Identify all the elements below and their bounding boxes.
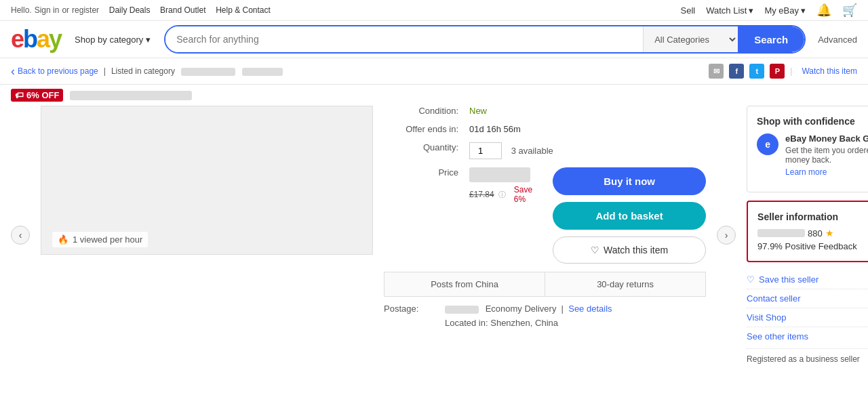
daily-deals-link[interactable]: Daily Deals xyxy=(109,5,151,15)
price-row: Price £17.84 ⓘ Save 6% Buy it now Add to… xyxy=(384,167,706,264)
search-input[interactable] xyxy=(165,26,643,52)
sign-in-link[interactable]: Sign in xyxy=(35,5,60,15)
search-category-select[interactable]: All Categories xyxy=(643,26,738,52)
money-back-icon: e xyxy=(757,133,778,155)
share-twitter-icon[interactable]: t xyxy=(749,64,764,79)
see-other-label: See other items xyxy=(747,331,808,342)
breadcrumb-right: ✉ f t P | Watch this item xyxy=(709,64,857,79)
quantity-available: 3 available xyxy=(511,146,553,156)
visit-shop-link[interactable]: Visit Shop xyxy=(747,308,868,327)
brand-outlet-link[interactable]: Brand Outlet xyxy=(160,5,205,15)
back-arrow-icon: ‹ xyxy=(11,64,15,79)
back-to-previous-link[interactable]: ‹ Back to previous page xyxy=(11,64,98,79)
contact-seller-link[interactable]: Contact seller xyxy=(747,289,868,308)
shop-by-category-button[interactable]: Shop by category ▾ xyxy=(69,30,156,49)
top-bar-right: Sell Watch List ▾ My eBay ▾ 🔔 🛒 xyxy=(681,3,857,18)
logo-y: y xyxy=(49,25,61,53)
right-nav: › xyxy=(717,106,736,364)
price-blurred xyxy=(469,167,530,182)
watch-list-chevron: ▾ xyxy=(749,5,753,16)
logo-b: b xyxy=(23,25,37,53)
carousel-next-button[interactable]: › xyxy=(717,226,736,245)
watch-list-link[interactable]: Watch List ▾ xyxy=(706,5,753,16)
my-ebay-link[interactable]: My eBay ▾ xyxy=(764,5,806,16)
save-seller-link[interactable]: ♡ Save this seller xyxy=(747,270,868,289)
buy-now-button[interactable]: Buy it now xyxy=(553,167,706,195)
quantity-row: Quantity: 3 available xyxy=(384,142,706,159)
registered-seller-text: Registered as a business seller xyxy=(747,348,868,364)
header: ebay Shop by category ▾ All Categories S… xyxy=(0,21,868,58)
located-label xyxy=(384,318,445,328)
notifications-icon[interactable]: 🔔 xyxy=(816,3,831,18)
register-link[interactable]: register xyxy=(72,5,99,15)
or-text: or xyxy=(62,5,69,15)
condition-label: Condition: xyxy=(384,106,458,116)
top-bar-left: Hello. Sign in or register Daily Deals B… xyxy=(11,5,271,15)
price-field: £17.84 ⓘ Save 6% xyxy=(469,167,542,204)
price-label: Price xyxy=(384,167,458,178)
advanced-search-link[interactable]: Advanced xyxy=(818,35,857,45)
viewed-notice: 🔥 1 viewed per hour xyxy=(52,232,148,247)
category-blurred2 xyxy=(242,68,283,76)
star-icon: ★ xyxy=(825,228,834,239)
product-image-area: 🔥 1 viewed per hour xyxy=(41,106,373,339)
add-to-basket-button[interactable]: Add to basket xyxy=(553,202,706,230)
price-sub-row: £17.84 ⓘ Save 6% xyxy=(469,185,542,204)
postage-service: Economy Delivery xyxy=(486,304,557,314)
seller-actions: ♡ Save this seller Contact seller Visit … xyxy=(747,270,868,346)
discount-badge: 🏷 6% OFF xyxy=(11,89,63,102)
posts-from-tab: Posts from China xyxy=(384,272,545,296)
viewed-text: 1 viewed per hour xyxy=(73,234,142,245)
item-area-row: 🔥 1 viewed per hour Condition: New Offer… xyxy=(41,106,706,339)
info-icon: ⓘ xyxy=(498,190,506,200)
quantity-field: 3 available xyxy=(469,142,553,159)
my-ebay-chevron: ▾ xyxy=(801,5,806,16)
ebay-logo[interactable]: ebay xyxy=(11,25,61,54)
share-facebook-icon[interactable]: f xyxy=(729,64,744,79)
contact-seller-label: Contact seller xyxy=(747,293,800,304)
sell-link[interactable]: Sell xyxy=(681,5,696,16)
discount-bar: 🏷 6% OFF xyxy=(0,85,868,106)
category-chevron-icon: ▾ xyxy=(146,35,151,45)
carousel-prev-button[interactable]: ‹ xyxy=(11,226,30,245)
located-in-label: Located in: xyxy=(445,318,488,328)
learn-more-link[interactable]: Learn more xyxy=(785,167,827,177)
watch-this-item-link[interactable]: Watch this item xyxy=(802,66,857,76)
offer-ends-value: 01d 16h 56m xyxy=(469,124,521,134)
quantity-label: Quantity: xyxy=(384,142,458,152)
tag-icon: 🏷 xyxy=(15,90,24,100)
category-blurred xyxy=(181,68,235,76)
heart-save-icon: ♡ xyxy=(747,274,755,285)
search-button[interactable]: Search xyxy=(738,26,804,52)
visit-shop-label: Visit Shop xyxy=(747,312,786,323)
product-detail-col: Condition: New Offer ends in: 01d 16h 56… xyxy=(384,106,706,339)
quantity-input[interactable] xyxy=(469,142,502,159)
condition-value: New xyxy=(469,106,487,116)
help-contact-link[interactable]: Help & Contact xyxy=(216,5,271,15)
money-back-section: e eBay Money Back Guarantee Get the item… xyxy=(757,133,868,177)
see-details-link[interactable]: See details xyxy=(568,304,612,314)
watch-item-button[interactable]: ♡ Watch this item xyxy=(553,236,706,264)
money-back-desc: Get the item you ordered or your money b… xyxy=(785,146,868,165)
logo-e: e xyxy=(11,25,23,53)
seller-rating: 880 ★ xyxy=(757,228,868,239)
postage-blurred xyxy=(445,306,479,314)
main-area: ‹ 🔥 1 viewed per hour Condition: New xyxy=(0,106,868,364)
money-back-title: eBay Money Back Guarantee xyxy=(785,133,868,144)
top-bar: Hello. Sign in or register Daily Deals B… xyxy=(0,0,868,21)
heart-icon: ♡ xyxy=(591,245,599,255)
center-panel: 🔥 1 viewed per hour Condition: New Offer… xyxy=(41,106,706,364)
breadcrumb-separator2: | xyxy=(790,66,792,76)
discount-percent: 6% OFF xyxy=(26,90,59,100)
shipping-tabs: Posts from China 30-day returns xyxy=(384,272,706,297)
offer-ends-row: Offer ends in: 01d 16h 56m xyxy=(384,124,706,134)
hello-text: Hello. xyxy=(11,5,32,15)
logo-a: a xyxy=(37,25,49,53)
share-pinterest-icon[interactable]: P xyxy=(770,64,785,79)
share-email-icon[interactable]: ✉ xyxy=(709,64,724,79)
breadcrumb: ‹ Back to previous page | Listed in cate… xyxy=(0,58,868,85)
see-other-items-link[interactable]: See other items xyxy=(747,327,868,346)
cart-icon[interactable]: 🛒 xyxy=(842,3,857,18)
price-save: Save 6% xyxy=(514,185,542,204)
postage-value: Economy Delivery | See details xyxy=(445,304,612,314)
